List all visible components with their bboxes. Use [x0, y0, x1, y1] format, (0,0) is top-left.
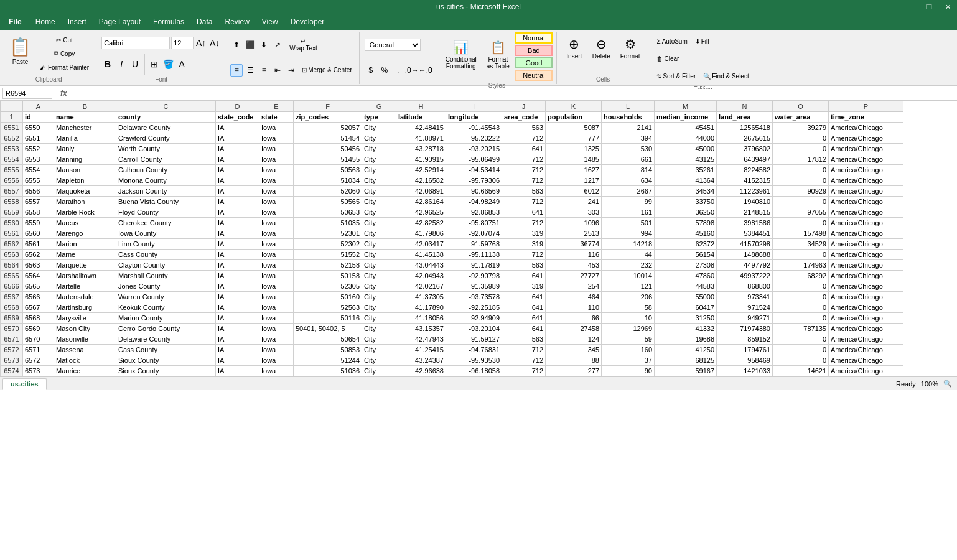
normal-style[interactable]: Normal — [515, 32, 553, 44]
cell[interactable]: City — [362, 133, 396, 144]
cell[interactable]: City — [362, 292, 396, 302]
header-cell-name[interactable]: name — [54, 112, 116, 123]
cell[interactable]: 712 — [502, 218, 546, 228]
cell[interactable]: Worth County — [116, 144, 216, 154]
cell[interactable]: 563 — [502, 334, 546, 345]
cell[interactable]: 634 — [602, 175, 655, 186]
increase-decimal-btn[interactable]: .0→ — [406, 64, 418, 77]
cell[interactable]: IA — [216, 281, 259, 292]
header-cell-land_area[interactable]: land_area — [717, 112, 773, 123]
cell[interactable]: -95.06499 — [446, 154, 502, 165]
cell[interactable]: Floyd County — [116, 207, 216, 218]
cell[interactable]: 42.52914 — [396, 165, 446, 175]
cell[interactable]: IA — [216, 154, 259, 165]
cell[interactable]: -93.20104 — [446, 324, 502, 334]
col-header-G[interactable]: G — [362, 101, 396, 112]
cell[interactable]: 42.03417 — [396, 239, 446, 250]
cell[interactable]: America/Chicago — [829, 186, 903, 197]
cell[interactable]: Iowa — [259, 228, 294, 239]
row-header-6566[interactable]: 6566 — [1, 281, 23, 292]
cell[interactable]: 42.82582 — [396, 218, 446, 228]
cell[interactable]: Iowa — [259, 239, 294, 250]
cell[interactable]: 2667 — [602, 186, 655, 197]
cell[interactable]: 41.17890 — [396, 302, 446, 313]
cell[interactable]: 0 — [773, 218, 829, 228]
insert-btn[interactable]: ⊕ Insert — [562, 34, 587, 73]
cell[interactable]: 661 — [602, 154, 655, 165]
cell[interactable]: 0 — [773, 144, 829, 154]
col-header-B[interactable]: B — [54, 101, 116, 112]
cell[interactable]: City — [362, 228, 396, 239]
cell[interactable]: 994 — [602, 228, 655, 239]
accounting-btn[interactable]: $ — [365, 64, 377, 77]
cell[interactable]: 6567 — [23, 302, 54, 313]
cell[interactable]: 50456 — [294, 144, 362, 154]
cell[interactable]: 27458 — [546, 324, 602, 334]
cell[interactable]: Marble Rock — [54, 207, 116, 218]
cell[interactable]: 712 — [502, 250, 546, 260]
cell[interactable]: 62372 — [655, 239, 717, 250]
cell[interactable]: 41.18056 — [396, 313, 446, 324]
cell[interactable]: 51244 — [294, 355, 362, 366]
cell[interactable]: 319 — [502, 281, 546, 292]
cell[interactable]: Masonville — [54, 334, 116, 345]
cell[interactable]: 55000 — [655, 292, 717, 302]
cell[interactable]: 50565 — [294, 197, 362, 207]
cell[interactable]: 116 — [546, 250, 602, 260]
cell[interactable]: America/Chicago — [829, 154, 903, 165]
cell[interactable]: IA — [216, 197, 259, 207]
cell[interactable]: 50853 — [294, 345, 362, 355]
cell[interactable]: 2141 — [602, 123, 655, 133]
col-header-C[interactable]: C — [116, 101, 216, 112]
border-btn[interactable]: ⊞ — [148, 58, 161, 70]
cell[interactable]: -95.79306 — [446, 175, 502, 186]
cell[interactable]: City — [362, 175, 396, 186]
cell[interactable]: IA — [216, 186, 259, 197]
fill-btn[interactable]: ⬇ Fill — [692, 32, 712, 50]
cell[interactable]: Marcus — [54, 218, 116, 228]
cell[interactable]: 52305 — [294, 281, 362, 292]
cell[interactable]: City — [362, 165, 396, 175]
cell[interactable]: Iowa — [259, 165, 294, 175]
cell[interactable]: IA — [216, 260, 259, 271]
header-cell-time_zone[interactable]: time_zone — [829, 112, 903, 123]
cell[interactable]: Cass County — [116, 345, 216, 355]
cell[interactable]: 6561 — [23, 239, 54, 250]
cell[interactable]: Maurice — [54, 366, 116, 376]
cell[interactable]: City — [362, 334, 396, 345]
cell[interactable]: 42.47943 — [396, 334, 446, 345]
cell[interactable]: 41.37305 — [396, 292, 446, 302]
cell[interactable]: 160 — [602, 345, 655, 355]
cell[interactable]: 27308 — [655, 260, 717, 271]
cell[interactable]: 121 — [602, 281, 655, 292]
cell[interactable]: 52158 — [294, 260, 362, 271]
cell[interactable]: 52563 — [294, 302, 362, 313]
cell[interactable]: 6569 — [23, 324, 54, 334]
neutral-style[interactable]: Neutral — [515, 70, 553, 81]
delete-btn[interactable]: ⊖ Delete — [588, 34, 615, 73]
cell[interactable]: 6559 — [23, 218, 54, 228]
cell[interactable]: Iowa — [259, 355, 294, 366]
cell[interactable]: IA — [216, 302, 259, 313]
cut-button[interactable]: ✂ Cut — [37, 34, 92, 46]
conditional-formatting-btn[interactable]: 📊 ConditionalFormatting — [441, 37, 481, 77]
row-header-6552[interactable]: 6552 — [1, 133, 23, 144]
cell[interactable]: -94.76831 — [446, 345, 502, 355]
cell[interactable]: Marshalltown — [54, 271, 116, 281]
cell[interactable]: America/Chicago — [829, 144, 903, 154]
col-header-N[interactable]: N — [717, 101, 773, 112]
decrease-decimal-btn[interactable]: ←.0 — [419, 64, 432, 77]
cell[interactable]: IA — [216, 355, 259, 366]
cell[interactable]: Marquette — [54, 260, 116, 271]
cell[interactable]: 41.25415 — [396, 345, 446, 355]
cell[interactable]: IA — [216, 175, 259, 186]
cell[interactable]: 44 — [602, 250, 655, 260]
cell[interactable]: Jackson County — [116, 186, 216, 197]
cell[interactable]: 42.02167 — [396, 281, 446, 292]
col-header-M[interactable]: M — [655, 101, 717, 112]
cell[interactable]: America/Chicago — [829, 207, 903, 218]
col-header-O[interactable]: O — [773, 101, 829, 112]
cell[interactable]: Manning — [54, 154, 116, 165]
cell[interactable]: City — [362, 250, 396, 260]
cell[interactable]: 99 — [602, 197, 655, 207]
